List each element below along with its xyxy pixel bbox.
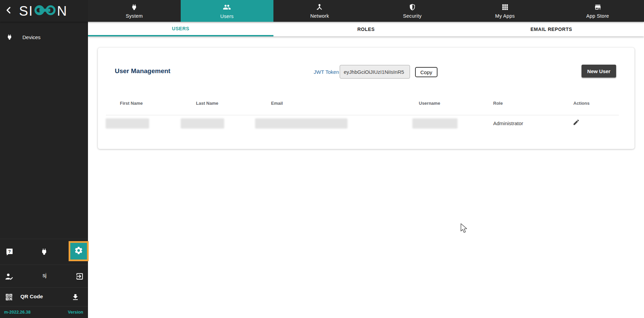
shield-icon	[409, 3, 416, 12]
logo-text-prefix: SI	[19, 4, 33, 18]
col-header-role: Role	[493, 101, 503, 106]
plug-icon	[5, 34, 14, 40]
settings-button[interactable]	[69, 241, 89, 261]
back-button[interactable]	[1, 3, 16, 18]
redacted-first-name-cell	[106, 118, 149, 129]
version-value: m-2022.26.38	[4, 310, 31, 315]
user-check-icon[interactable]	[5, 272, 14, 282]
apps-grid-icon	[501, 3, 509, 12]
pencil-icon	[573, 121, 580, 127]
sidebar-version-row: m-2022.26.38 Version	[0, 306, 88, 318]
main-content: User Management JWT Token Copy New User …	[88, 36, 644, 318]
sub-tab-bar: USERS ROLES EMAIL REPORTS	[88, 22, 644, 36]
user-management-card: User Management JWT Token Copy New User …	[98, 48, 634, 149]
subtab-users[interactable]: USERS	[88, 22, 273, 36]
tab-users[interactable]: Users	[181, 0, 273, 22]
tab-label: Users	[220, 14, 234, 19]
tab-app-store[interactable]: App Store	[551, 0, 644, 22]
sidebar-qr-row: QR Code	[0, 287, 88, 306]
logo-text-suffix: N	[57, 4, 68, 18]
jwt-token-label: JWT Token	[308, 69, 339, 75]
sidebar-item-devices[interactable]: Devices	[0, 29, 88, 46]
tab-security[interactable]: Security	[366, 0, 459, 22]
sicon-logo: SI N	[19, 3, 68, 19]
col-header-first-name: First Name	[120, 101, 143, 106]
tab-label: Security	[403, 13, 422, 19]
download-icon[interactable]	[71, 293, 79, 303]
users-icon	[223, 3, 231, 13]
logout-icon[interactable]	[75, 272, 84, 282]
gear-icon	[74, 246, 83, 256]
help-button[interactable]: ?	[5, 248, 14, 257]
sidebar-account-row: sj	[0, 265, 88, 287]
jwt-token-input[interactable]	[340, 65, 410, 79]
tab-label: Network	[310, 13, 329, 19]
tab-label: App Store	[586, 13, 609, 19]
redacted-last-name-cell	[181, 118, 224, 129]
top-navigation-bar: SI N System Users	[0, 0, 644, 22]
redacted-username-cell	[412, 118, 458, 129]
brand-area: SI N	[0, 0, 88, 22]
username-label: sj	[36, 272, 53, 279]
storefront-icon	[594, 3, 602, 12]
col-header-email: Email	[271, 101, 283, 106]
logo-link-icon	[33, 3, 57, 19]
sidebar: Devices ? sj	[0, 22, 88, 318]
qr-code-icon[interactable]	[5, 293, 13, 303]
subtab-email-reports[interactable]: EMAIL REPORTS	[459, 22, 644, 36]
sidebar-item-label: Devices	[22, 34, 40, 40]
svg-text:?: ?	[8, 249, 11, 254]
copy-button[interactable]: Copy	[415, 67, 437, 77]
table-header-divider	[106, 115, 619, 115]
qr-code-label[interactable]: QR Code	[20, 294, 43, 300]
new-user-button[interactable]: New User	[582, 65, 616, 78]
sidebar-tools-row: ?	[0, 239, 88, 265]
redacted-email-cell	[255, 118, 347, 129]
plug-icon	[130, 3, 138, 12]
tab-label: My Apps	[495, 13, 515, 19]
tab-system[interactable]: System	[88, 0, 181, 22]
col-header-actions: Actions	[573, 101, 590, 106]
edit-user-button[interactable]	[573, 119, 581, 127]
network-icon	[316, 3, 323, 12]
tab-label: System	[126, 13, 143, 19]
tab-network[interactable]: Network	[273, 0, 366, 22]
device-plug-button[interactable]	[40, 248, 48, 257]
col-header-last-name: Last Name	[196, 101, 218, 106]
subtab-roles[interactable]: ROLES	[273, 22, 459, 36]
chevron-left-icon	[5, 6, 13, 16]
col-header-username: Username	[419, 101, 440, 106]
role-cell: Administrator	[493, 120, 523, 126]
page-title: User Management	[115, 67, 171, 75]
tab-my-apps[interactable]: My Apps	[459, 0, 551, 22]
version-label: Version	[68, 310, 83, 315]
